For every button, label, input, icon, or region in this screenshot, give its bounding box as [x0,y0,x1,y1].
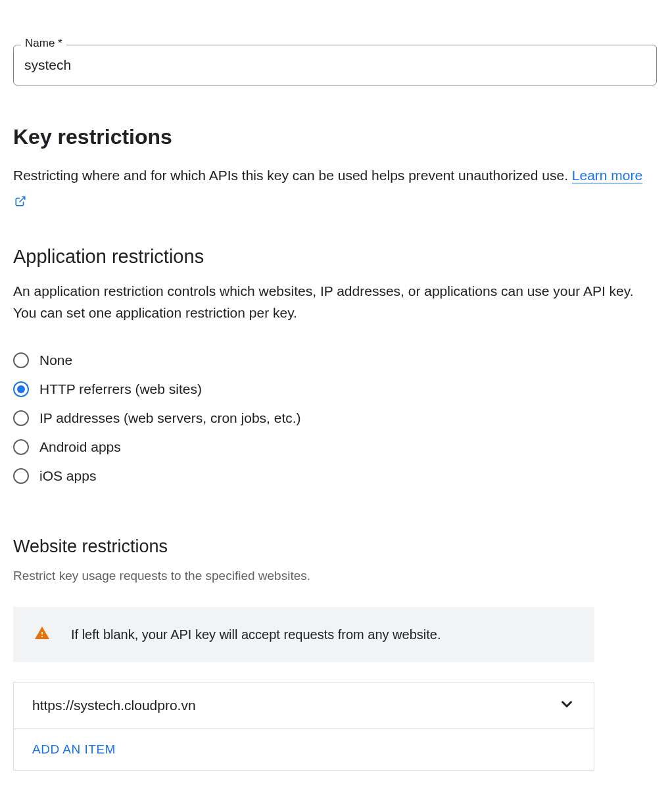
learn-more-link[interactable]: Learn more [572,168,642,183]
application-restrictions-description: An application restriction controls whic… [13,281,657,323]
warning-text: If left blank, your API key will accept … [71,627,441,642]
name-input[interactable] [13,45,657,85]
radio-icon [13,468,29,484]
radio-label: HTTP referrers (web sites) [39,381,202,397]
radio-icon [13,410,29,426]
chevron-down-icon [558,696,575,715]
radio-ip-addresses[interactable]: IP addresses (web servers, cron jobs, et… [13,410,657,426]
name-field-wrapper: Name * [13,45,657,85]
key-restrictions-description-text: Restricting where and for which APIs thi… [13,168,572,183]
website-restrictions-description: Restrict key usage requests to the speci… [13,569,657,583]
radio-ios-apps[interactable]: iOS apps [13,468,657,484]
radio-android-apps[interactable]: Android apps [13,439,657,455]
key-restrictions-description: Restricting where and for which APIs thi… [13,165,657,206]
radio-none[interactable]: None [13,352,657,368]
warning-box: If left blank, your API key will accept … [13,607,594,662]
add-item-button[interactable]: ADD AN ITEM [14,729,594,770]
radio-http-referrers[interactable]: HTTP referrers (web sites) [13,381,657,397]
svg-line-0 [20,197,25,202]
name-field-label: Name * [21,37,66,50]
radio-label: Android apps [39,439,121,455]
radio-label: iOS apps [39,468,96,484]
website-list: https://systech.cloudpro.vn ADD AN ITEM [13,682,594,771]
external-link-icon [14,192,25,203]
warning-icon [34,625,50,644]
application-restrictions-heading: Application restrictions [13,246,657,268]
radio-label: None [39,352,72,368]
radio-label: IP addresses (web servers, cron jobs, et… [39,410,301,426]
website-url: https://systech.cloudpro.vn [32,698,196,713]
key-restrictions-heading: Key restrictions [13,125,657,149]
radio-icon [13,381,29,397]
website-row[interactable]: https://systech.cloudpro.vn [14,682,594,729]
website-restrictions-heading: Website restrictions [13,537,657,557]
application-restrictions-radio-group: None HTTP referrers (web sites) IP addre… [13,352,657,484]
radio-icon [13,352,29,368]
radio-icon [13,439,29,455]
